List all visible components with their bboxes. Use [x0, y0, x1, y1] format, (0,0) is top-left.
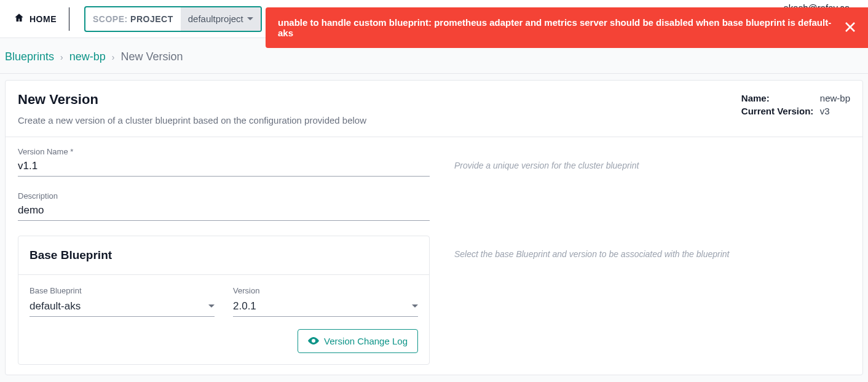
- base-blueprint-selects: Base Blueprint default-aks Version 2.0.1: [30, 286, 418, 317]
- error-banner: unable to handle custom blueprint: prome…: [266, 7, 868, 48]
- home-label: HOME: [30, 14, 57, 24]
- changelog-row: Version Change Log: [30, 329, 418, 353]
- base-blueprint-card-title: Base Blueprint: [30, 249, 418, 262]
- hint-column: Provide a unique version for the cluster…: [454, 147, 850, 365]
- breadcrumb-new-bp[interactable]: new-bp: [69, 50, 106, 63]
- home-icon: [14, 12, 25, 25]
- scope-prefix: SCOPE:: [93, 14, 128, 24]
- scope-selector[interactable]: SCOPE: PROJECT defaultproject: [84, 6, 262, 32]
- base-blueprint-select[interactable]: default-aks: [30, 298, 215, 317]
- version-name-input[interactable]: [18, 157, 430, 177]
- card-title: New Version: [18, 92, 366, 108]
- new-version-card: New Version Create a new version of a cl…: [5, 80, 863, 375]
- scope-label: SCOPE: PROJECT: [85, 14, 181, 24]
- meta-version-value: v3: [820, 106, 830, 116]
- chevron-down-icon: [208, 300, 215, 312]
- close-icon: [845, 22, 856, 34]
- form-column: Version Name * Description Base Blueprin…: [18, 147, 430, 365]
- base-version-select-field: Version 2.0.1: [233, 286, 418, 317]
- eye-icon: [308, 336, 319, 346]
- meta-version-label: Current Version:: [741, 106, 815, 116]
- scope-value[interactable]: defaultproject: [181, 7, 261, 31]
- breadcrumb-blueprints[interactable]: Blueprints: [5, 50, 54, 63]
- meta-name-label: Name:: [741, 93, 815, 103]
- base-blueprint-card-body: Base Blueprint default-aks Version 2.0.1: [18, 275, 429, 364]
- version-name-label: Version Name *: [18, 147, 430, 156]
- card-body: Version Name * Description Base Blueprin…: [6, 137, 862, 375]
- description-input[interactable]: [18, 202, 430, 221]
- base-blueprint-select-label: Base Blueprint: [30, 286, 215, 295]
- base-blueprint-hint: Select the base Blueprint and version to…: [454, 249, 850, 259]
- close-error-button[interactable]: [845, 22, 856, 34]
- chevron-down-icon: [247, 14, 253, 24]
- version-name-field: Version Name *: [18, 147, 430, 177]
- base-blueprint-card-header: Base Blueprint: [18, 236, 429, 275]
- description-label: Description: [18, 191, 430, 201]
- version-change-log-button[interactable]: Version Change Log: [298, 329, 418, 353]
- base-blueprint-select-field: Base Blueprint default-aks: [30, 286, 215, 317]
- error-message: unable to handle custom blueprint: prome…: [278, 17, 845, 38]
- version-change-log-label: Version Change Log: [324, 336, 408, 346]
- breadcrumb-sep: ›: [60, 52, 63, 62]
- topbar-divider: [69, 7, 69, 31]
- meta-name-value: new-bp: [820, 93, 850, 103]
- base-blueprint-card: Base Blueprint Base Blueprint default-ak…: [18, 236, 430, 365]
- base-blueprint-select-value: default-aks: [30, 300, 81, 312]
- base-version-select-label: Version: [233, 286, 418, 295]
- home-button[interactable]: HOME: [7, 9, 63, 29]
- scope-kind: PROJECT: [130, 14, 173, 24]
- card-subtitle: Create a new version of a cluster bluepr…: [18, 115, 366, 125]
- version-name-hint: Provide a unique version for the cluster…: [454, 161, 850, 170]
- description-field: Description: [18, 191, 430, 221]
- base-version-select[interactable]: 2.0.1: [233, 298, 418, 317]
- breadcrumb-current: New Version: [120, 50, 183, 63]
- breadcrumb-sep: ›: [112, 52, 115, 62]
- card-meta: Name: new-bp Current Version: v3: [741, 92, 850, 119]
- scope-value-text: defaultproject: [188, 14, 243, 24]
- base-version-select-value: 2.0.1: [233, 300, 256, 312]
- chevron-down-icon: [412, 300, 418, 312]
- card-header: New Version Create a new version of a cl…: [6, 81, 862, 137]
